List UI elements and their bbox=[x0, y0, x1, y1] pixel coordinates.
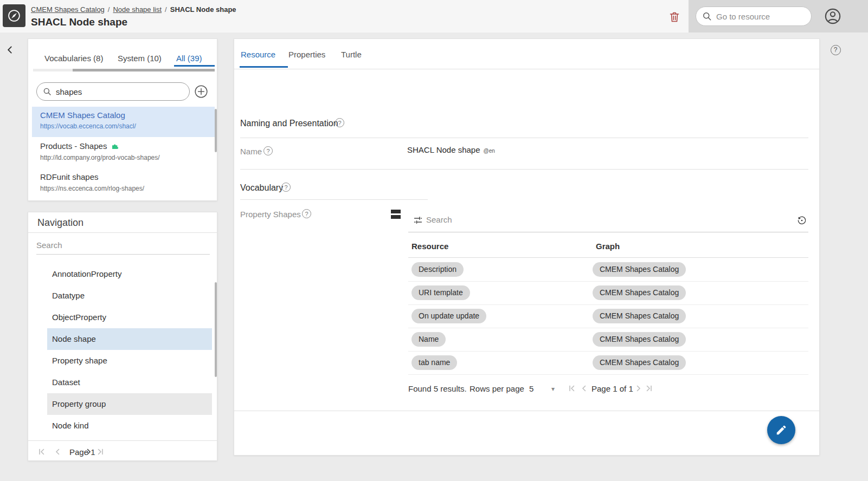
scrollbar-thumb[interactable] bbox=[73, 69, 215, 72]
go-to-resource-search[interactable] bbox=[696, 6, 812, 26]
vocabulary-section-title: Vocabulary bbox=[240, 183, 283, 193]
name-field-label: Name bbox=[240, 147, 262, 156]
breadcrumb-separator: / bbox=[108, 5, 110, 14]
tab-resource[interactable]: Resource bbox=[241, 50, 275, 59]
divider bbox=[408, 374, 808, 375]
nav-item-property-shape[interactable]: Property shape bbox=[47, 350, 212, 372]
breadcrumb-link-shapes-catalog[interactable]: CMEM Shapes Catalog bbox=[31, 5, 105, 14]
property-shapes-search-input[interactable] bbox=[426, 215, 751, 224]
last-page-icon[interactable] bbox=[645, 384, 654, 393]
search-icon bbox=[42, 87, 52, 96]
breadcrumb-current: SHACL Node shape bbox=[170, 5, 236, 14]
tab-properties[interactable]: Properties bbox=[288, 50, 325, 59]
resource-chip[interactable]: On update update bbox=[412, 309, 486, 323]
graph-chip[interactable]: CMEM Shapes Catalog bbox=[593, 285, 686, 300]
help-icon: ? bbox=[281, 183, 291, 192]
graph-chip[interactable]: CMEM Shapes Catalog bbox=[593, 332, 686, 347]
first-page-icon[interactable] bbox=[36, 447, 46, 457]
search-icon bbox=[702, 11, 712, 22]
filter-tune-icon[interactable] bbox=[413, 216, 423, 225]
help-button[interactable]: ? bbox=[829, 43, 842, 56]
breadcrumb-link-node-shape-list[interactable]: Node shape list bbox=[113, 5, 162, 14]
graph-chip[interactable]: CMEM Shapes Catalog bbox=[593, 262, 686, 277]
divider bbox=[234, 69, 819, 69]
nav-item-datatype[interactable]: Datatype bbox=[47, 285, 212, 307]
search-underline bbox=[408, 232, 808, 232]
resource-detail-panel: Resource Properties Turtle Naming and Pr… bbox=[234, 38, 820, 456]
navigation-panel: Navigation AnnotationProperty Datatype O… bbox=[28, 212, 217, 461]
nav-item-annotationproperty[interactable]: AnnotationProperty bbox=[47, 263, 212, 285]
resource-chip[interactable]: Name bbox=[412, 332, 446, 347]
vocabulary-help-button[interactable]: ? bbox=[281, 183, 291, 192]
name-field-value: SHACL Node shape@en bbox=[407, 145, 495, 154]
list-view-toggle-icon[interactable] bbox=[391, 210, 401, 219]
tabs-horizontal-scrollbar[interactable] bbox=[33, 69, 215, 72]
go-to-resource-input[interactable] bbox=[716, 12, 803, 21]
help-icon: ? bbox=[263, 146, 273, 155]
tab-vocabularies[interactable]: Vocabularies (8) bbox=[44, 54, 103, 63]
vertical-scrollbar-thumb[interactable] bbox=[215, 109, 217, 152]
previous-page-icon[interactable] bbox=[579, 384, 589, 393]
breadcrumb: CMEM Shapes Catalog/Node shape list/SHAC… bbox=[31, 5, 236, 14]
resource-chip[interactable]: Description bbox=[412, 262, 464, 277]
resource-chip[interactable]: tab name bbox=[412, 355, 457, 370]
nav-item-property-group[interactable]: Property group bbox=[47, 393, 212, 415]
edit-button[interactable] bbox=[767, 416, 795, 444]
navigation-search-input[interactable] bbox=[36, 238, 210, 255]
graph-chip[interactable]: CMEM Shapes Catalog bbox=[593, 355, 686, 370]
vocabulary-search-input[interactable] bbox=[56, 87, 181, 96]
rows-per-page-value[interactable]: 5 bbox=[529, 384, 533, 393]
first-page-icon[interactable] bbox=[567, 384, 576, 393]
nav-item-objectproperty[interactable]: ObjectProperty bbox=[47, 307, 212, 328]
vocab-item-rdfunit-shapes[interactable]: RDFunit shapes https://ns.eccenca.com/rl… bbox=[32, 168, 215, 199]
chevron-down-icon[interactable]: ▾ bbox=[551, 385, 555, 393]
column-header-resource: Resource bbox=[412, 242, 448, 251]
app-logo[interactable] bbox=[3, 4, 25, 27]
history-icon bbox=[796, 215, 807, 226]
vocab-item-url: https://ns.eccenca.com/rlog-shapes/ bbox=[40, 185, 144, 192]
divider bbox=[408, 351, 808, 352]
divider bbox=[408, 328, 808, 328]
delete-resource-button[interactable] bbox=[668, 10, 682, 24]
help-icon: ? bbox=[302, 209, 311, 218]
divider bbox=[234, 411, 819, 411]
rows-per-page-label: Rows per page bbox=[470, 384, 524, 393]
page-title: SHACL Node shape bbox=[31, 16, 127, 28]
graph-chip[interactable]: CMEM Shapes Catalog bbox=[593, 309, 686, 323]
name-help-button[interactable]: ? bbox=[263, 146, 273, 155]
vocabulary-search-field[interactable] bbox=[36, 82, 190, 101]
resource-chip[interactable]: URI template bbox=[412, 285, 470, 300]
column-header-graph: Graph bbox=[596, 242, 620, 251]
vocab-item-title: CMEM Shapes Catalog bbox=[40, 110, 125, 120]
results-count: Found 5 results. bbox=[408, 384, 467, 393]
tab-turtle[interactable]: Turtle bbox=[341, 50, 362, 59]
topbar-right-panel bbox=[689, 0, 868, 32]
add-vocabulary-button[interactable] bbox=[194, 84, 208, 99]
tab-all[interactable]: All (39) bbox=[176, 54, 202, 63]
trash-icon bbox=[668, 10, 682, 23]
vertical-scrollbar-thumb[interactable] bbox=[215, 282, 217, 377]
previous-page-icon[interactable] bbox=[53, 447, 62, 457]
naming-help-button[interactable]: ? bbox=[335, 118, 344, 127]
last-page-icon[interactable] bbox=[96, 447, 106, 457]
next-page-icon[interactable] bbox=[634, 384, 644, 393]
nav-item-dataset[interactable]: Dataset bbox=[47, 372, 212, 393]
property-shapes-help-button[interactable]: ? bbox=[302, 209, 311, 218]
divider bbox=[408, 257, 808, 258]
history-button[interactable] bbox=[796, 215, 807, 226]
page-status: Page 1 of 1 bbox=[591, 384, 633, 393]
compass-logo-icon bbox=[7, 8, 22, 23]
vocab-item-cmem-shapes-catalog[interactable]: CMEM Shapes Catalog https://vocab.eccenc… bbox=[32, 107, 215, 137]
account-button[interactable] bbox=[824, 6, 843, 26]
help-icon: ? bbox=[335, 118, 344, 127]
nav-item-node-shape[interactable]: Node shape bbox=[47, 328, 212, 350]
language-tag: @en bbox=[484, 148, 495, 154]
pencil-icon bbox=[775, 424, 787, 436]
vocab-item-products-shapes[interactable]: Products - Shapes http://ld.company.org/… bbox=[32, 137, 215, 168]
puzzle-plugin-icon bbox=[111, 141, 120, 150]
collapse-sidebar-button[interactable] bbox=[4, 43, 17, 56]
next-page-icon[interactable] bbox=[84, 447, 94, 457]
account-icon bbox=[824, 7, 843, 25]
nav-item-node-kind[interactable]: Node kind bbox=[47, 415, 212, 437]
tab-system[interactable]: System (10) bbox=[118, 54, 162, 63]
